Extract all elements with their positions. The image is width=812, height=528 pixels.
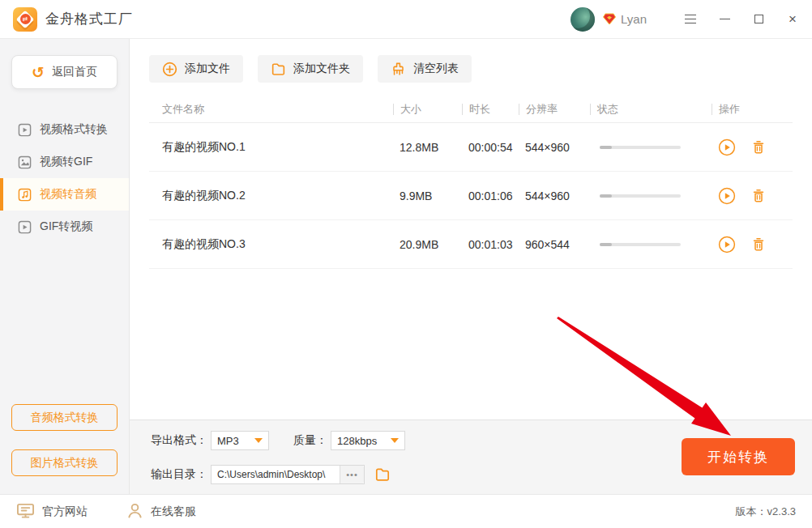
menu-icon[interactable] (684, 13, 697, 26)
output-dir-value: C:\Users\admin\Desktop\ (217, 469, 340, 480)
sidebar-item-video-convert[interactable]: 视频格式转换 (0, 113, 129, 146)
broom-icon (391, 62, 406, 77)
sidebar-item-label: GIF转视频 (40, 219, 92, 234)
status-progress-bar (590, 194, 712, 198)
title-bar: ⇄ 金舟格式工厂 Lyan × (0, 0, 812, 39)
clear-list-button[interactable]: 清空列表 (378, 55, 472, 83)
column-header-filename: 文件名称 (149, 104, 393, 115)
play-icon[interactable] (718, 187, 736, 205)
open-folder-icon[interactable] (374, 466, 391, 483)
official-site-label: 官方网站 (42, 505, 88, 519)
monitor-icon (16, 502, 35, 522)
file-duration: 00:01:06 (462, 189, 519, 202)
footer: 官方网站 在线客服 版本：v2.3.3 (0, 494, 812, 528)
back-home-label: 返回首页 (52, 65, 97, 79)
add-folder-button[interactable]: 添加文件夹 (258, 55, 363, 83)
image-format-convert-button[interactable]: 图片格式转换 (11, 449, 118, 476)
file-size: 12.8MB (393, 141, 462, 154)
browse-button[interactable]: ••• (340, 466, 364, 483)
column-header-size: 大小 (393, 104, 462, 115)
file-size: 9.9MB (393, 189, 462, 202)
online-service-link[interactable]: 在线客服 (126, 502, 196, 522)
quality-select[interactable]: 128kbps (331, 431, 405, 450)
sidebar-item-label: 视频转音频 (40, 187, 96, 202)
image-icon (18, 155, 32, 169)
minimize-icon[interactable] (718, 13, 731, 26)
video-icon (18, 123, 32, 137)
add-file-button[interactable]: 添加文件 (149, 55, 243, 83)
file-duration: 00:00:54 (462, 141, 519, 154)
quality-value: 128kbps (337, 435, 377, 447)
export-format-value: MP3 (217, 435, 239, 447)
online-service-label: 在线客服 (151, 505, 196, 519)
file-resolution: 960×544 (519, 238, 590, 251)
export-format-select[interactable]: MP3 (211, 431, 269, 450)
column-header-resolution: 分辨率 (519, 104, 590, 115)
file-list: 有趣的视频NO.1 12.8MB 00:00:54 544×960 有趣的视频N… (149, 123, 793, 269)
delete-icon[interactable] (750, 236, 767, 253)
table-header: 文件名称 大小 时长 分辨率 状态 操作 (149, 96, 793, 123)
column-header-status: 状态 (590, 104, 712, 115)
version-text: 版本：v2.3.3 (736, 505, 796, 519)
add-file-label: 添加文件 (185, 62, 230, 76)
file-duration: 00:01:03 (462, 238, 519, 251)
user-avatar[interactable] (571, 7, 595, 32)
sidebar-item-video-to-gif[interactable]: 视频转GIF (0, 146, 129, 178)
delete-icon[interactable] (750, 139, 767, 155)
sidebar-item-label: 视频格式转换 (40, 122, 108, 137)
file-name: 有趣的视频NO.1 (149, 140, 393, 155)
table-row: 有趣的视频NO.1 12.8MB 00:00:54 544×960 (149, 123, 793, 172)
app-logo-icon: ⇄ (13, 7, 37, 32)
vip-badge-icon (603, 13, 616, 25)
audio-format-convert-button[interactable]: 音频格式转换 (11, 404, 118, 431)
music-icon (18, 188, 32, 202)
conversion-settings-panel: 导出格式： MP3 质量： 128kbps 输出目录： C:\Users\adm… (130, 419, 812, 494)
status-progress-bar (590, 146, 712, 149)
chevron-down-icon (391, 438, 399, 443)
clear-list-label: 清空列表 (413, 62, 459, 76)
column-header-action: 操作 (712, 104, 793, 115)
sidebar-item-video-to-audio[interactable]: 视频转音频 (0, 178, 129, 211)
output-dir-field[interactable]: C:\Users\admin\Desktop\ ••• (211, 465, 365, 484)
user-name[interactable]: Lyan (621, 12, 647, 26)
back-arrow-icon: ↺ (32, 65, 45, 80)
plus-circle-icon (162, 62, 177, 77)
play-icon[interactable] (718, 236, 736, 253)
start-convert-button[interactable]: 开始转换 (682, 438, 795, 475)
play-icon[interactable] (718, 138, 736, 156)
column-header-duration: 时长 (462, 104, 519, 115)
folder-icon (271, 62, 286, 77)
export-format-label: 导出格式： (151, 433, 207, 448)
file-name: 有趣的视频NO.3 (149, 237, 393, 252)
toolbar: 添加文件 添加文件夹 清空列表 (130, 39, 812, 92)
chevron-down-icon (254, 438, 263, 443)
output-dir-label: 输出目录： (151, 467, 207, 482)
delete-icon[interactable] (750, 188, 767, 204)
person-icon (126, 502, 143, 522)
sidebar-item-gif-to-video[interactable]: GIF转视频 (0, 211, 129, 243)
file-resolution: 544×960 (519, 189, 590, 202)
add-folder-label: 添加文件夹 (293, 62, 350, 76)
video-icon (18, 220, 32, 234)
file-resolution: 544×960 (519, 141, 590, 154)
file-name: 有趣的视频NO.2 (149, 189, 393, 203)
sidebar: ↺ 返回首页 视频格式转换 视频转GIF 视频转音频 GIF转视频 (0, 39, 130, 494)
close-icon[interactable]: × (786, 13, 799, 26)
table-row: 有趣的视频NO.2 9.9MB 00:01:06 544×960 (149, 172, 793, 220)
sidebar-item-label: 视频转GIF (40, 155, 92, 169)
back-home-button[interactable]: ↺ 返回首页 (11, 55, 118, 89)
official-site-link[interactable]: 官方网站 (16, 502, 88, 522)
quality-label: 质量： (293, 433, 327, 448)
maximize-icon[interactable] (752, 13, 765, 26)
table-row: 有趣的视频NO.3 20.9MB 00:01:03 960×544 (149, 220, 793, 269)
status-progress-bar (590, 243, 712, 246)
app-title: 金舟格式工厂 (45, 10, 133, 28)
file-size: 20.9MB (393, 238, 462, 251)
